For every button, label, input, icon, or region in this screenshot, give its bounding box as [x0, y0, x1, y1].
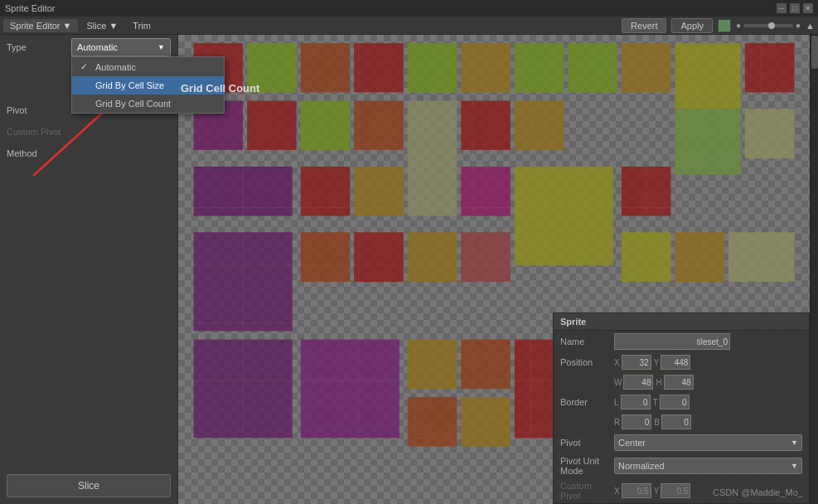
border-label: Border — [560, 397, 614, 407]
menu-bar: Sprite Editor ▼ Slice ▼ Trim Revert Appl… — [0, 17, 818, 35]
sprite-properties-overlay: Sprite Name Position X Y — [553, 313, 810, 504]
menu-item-trim[interactable]: Trim — [126, 19, 157, 32]
window-controls: ─ □ ✕ — [777, 3, 813, 13]
canvas-area[interactable]: Sprite Name Position X Y — [178, 35, 810, 504]
left-panel: Type Automatic ▼ ✓ Automatic — [0, 35, 178, 504]
maximize-button[interactable]: □ — [790, 3, 800, 13]
svg-rect-38 — [408, 339, 457, 389]
border-r-group: R — [614, 414, 651, 429]
slice-button[interactable]: Slice — [7, 474, 171, 497]
zoom-slider-container: ● ● — [736, 21, 801, 30]
color-swatch[interactable] — [718, 19, 731, 32]
method-label: Method — [7, 148, 65, 158]
dropdown-option-grid-by-cell-size[interactable]: Grid By Cell Size — [72, 76, 224, 94]
svg-rect-21 — [301, 167, 351, 216]
size-h-input[interactable] — [664, 375, 694, 390]
svg-rect-27 — [745, 109, 795, 158]
svg-rect-34 — [675, 232, 724, 282]
svg-rect-31 — [408, 232, 457, 282]
svg-rect-12 — [745, 43, 795, 93]
svg-rect-8 — [515, 43, 564, 93]
custom-pivot-prop-label: Custom Pivot — [560, 481, 614, 501]
prop-border-row: Border L T — [554, 392, 809, 412]
svg-rect-23 — [461, 167, 511, 216]
collapse-icon[interactable]: ▲ — [806, 21, 815, 31]
apply-button[interactable]: Apply — [671, 18, 713, 33]
pivot-dropdown-arrow: ▼ — [791, 439, 798, 447]
position-x-group: X — [614, 355, 651, 370]
type-row: Type Automatic ▼ ✓ Automatic — [0, 35, 177, 60]
menu-item-slice[interactable]: Slice ▼ — [80, 19, 124, 32]
custom-pivot-label: Custom Pivot — [7, 127, 65, 137]
custom-pivot-row: Custom Pivot — [0, 121, 177, 143]
window-title: Sprite Editor — [5, 3, 56, 13]
main-scrollbar[interactable] — [810, 35, 818, 504]
border-b-group: B — [654, 414, 691, 429]
name-input[interactable] — [614, 333, 730, 350]
pivot-unit-mode-dropdown[interactable]: Normalized ▼ — [614, 458, 802, 474]
svg-rect-37 — [301, 339, 399, 438]
position-x-input[interactable] — [622, 355, 651, 370]
prop-name-row: Name — [554, 331, 809, 352]
title-bar: Sprite Editor ─ □ ✕ — [0, 0, 818, 17]
prop-pivot-unit-mode-row: Pivot Unit Mode Normalized ▼ — [554, 453, 809, 478]
custom-pivot-x-input[interactable] — [622, 483, 651, 498]
position-y-input[interactable] — [661, 355, 690, 370]
custom-pivot-y-group: Y — [654, 483, 691, 498]
custom-pivot-x-group: X — [614, 483, 651, 498]
minimize-button[interactable]: ─ — [777, 3, 787, 13]
svg-rect-11 — [675, 43, 740, 109]
pivot-label: Pivot — [7, 105, 65, 115]
size-w-group: W — [614, 375, 653, 390]
svg-rect-5 — [354, 43, 404, 93]
scroll-thumb[interactable] — [811, 36, 818, 69]
border-lt-inputs: L T — [614, 395, 802, 410]
dropdown-option-grid-by-cell-count[interactable]: Grid By Cell Count — [72, 94, 224, 113]
name-label: Name — [560, 337, 614, 346]
type-dropdown[interactable]: Automatic ▼ — [71, 38, 171, 56]
svg-rect-32 — [461, 232, 511, 282]
border-l-group: L — [614, 395, 651, 410]
svg-rect-43 — [461, 397, 511, 447]
border-r-input[interactable] — [622, 414, 651, 429]
method-row: Method — [0, 143, 177, 164]
revert-button[interactable]: Revert — [622, 18, 666, 33]
svg-rect-26 — [675, 109, 740, 174]
svg-rect-15 — [301, 100, 351, 150]
svg-rect-39 — [461, 339, 511, 389]
properties-section-header: Sprite — [554, 313, 809, 331]
svg-rect-3 — [247, 43, 297, 93]
prop-border-rb-row: R B — [554, 412, 809, 432]
position-y-group: Y — [654, 355, 691, 370]
svg-rect-30 — [354, 232, 404, 282]
border-l-input[interactable] — [621, 395, 651, 410]
pivot-dropdown[interactable]: Center ▼ — [614, 434, 802, 451]
border-t-group: T — [653, 395, 690, 410]
pivot-unit-mode-label: Pivot Unit Mode — [560, 456, 614, 476]
menu-item-sprite-editor[interactable]: Sprite Editor ▼ — [3, 19, 78, 32]
size-h-group: H — [656, 375, 693, 390]
slice-button-container: Slice — [0, 468, 177, 504]
pivot-prop-label: Pivot — [560, 438, 614, 448]
svg-rect-6 — [408, 43, 457, 93]
dropdown-option-automatic[interactable]: ✓ Automatic — [72, 57, 224, 76]
zoom-slider[interactable] — [743, 24, 793, 27]
svg-rect-18 — [461, 100, 511, 150]
svg-rect-14 — [247, 100, 297, 150]
border-b-input[interactable] — [661, 414, 691, 429]
type-label: Type — [7, 42, 65, 52]
prop-pivot-row: Pivot Center ▼ — [554, 432, 809, 453]
main-content: Type Automatic ▼ ✓ Automatic — [0, 35, 818, 504]
close-button[interactable]: ✕ — [803, 3, 813, 13]
border-t-input[interactable] — [660, 395, 690, 410]
size-w-input[interactable] — [623, 375, 653, 390]
svg-rect-7 — [461, 43, 511, 93]
svg-rect-24 — [515, 167, 613, 265]
type-dropdown-wrapper: Automatic ▼ ✓ Automatic Grid By Cell Siz… — [71, 38, 171, 56]
svg-rect-19 — [515, 100, 564, 150]
zoom-icon-minus: ● — [736, 21, 741, 30]
custom-pivot-y-input[interactable] — [661, 483, 690, 498]
menu-bar-left: Sprite Editor ▼ Slice ▼ Trim — [3, 19, 157, 32]
dropdown-arrow-icon: ▼ — [157, 43, 165, 51]
size-inputs: W H — [614, 375, 802, 390]
